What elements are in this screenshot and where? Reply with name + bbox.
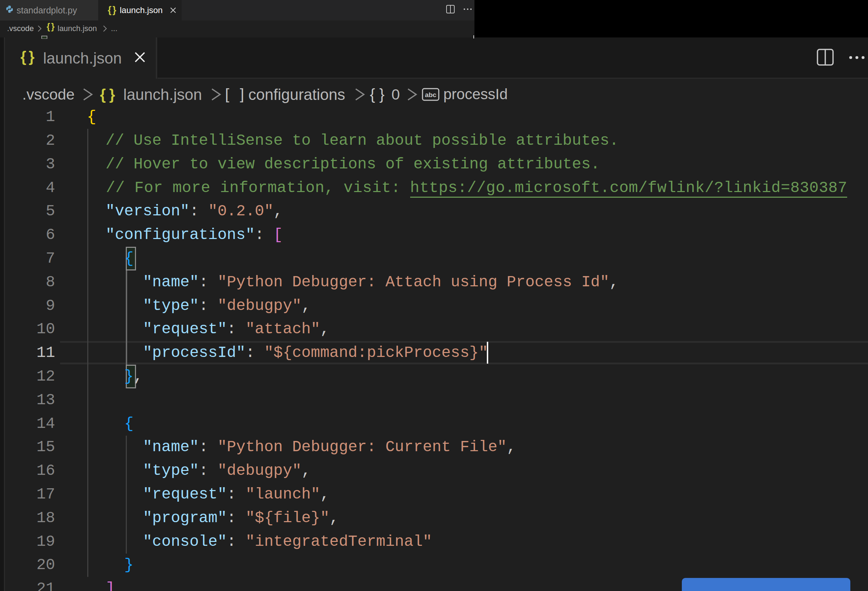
svg-text:abc: abc: [425, 91, 437, 99]
